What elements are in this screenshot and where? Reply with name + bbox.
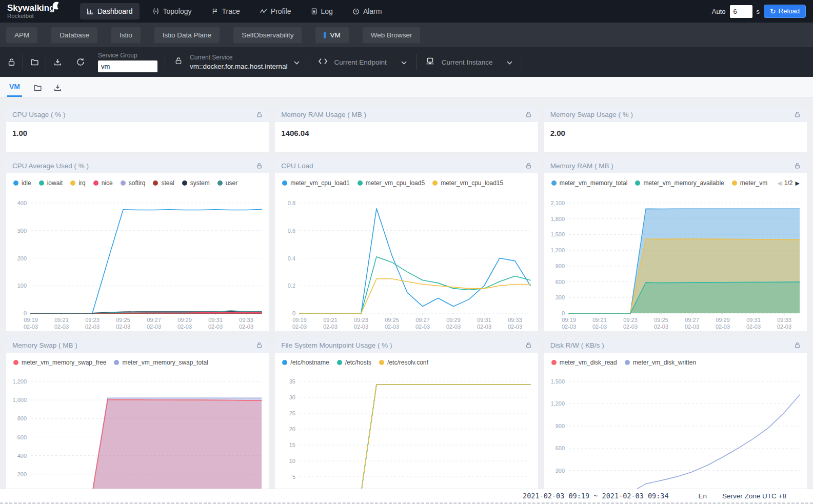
- legend-label: /etc/resolv.conf: [387, 359, 428, 366]
- legend-item[interactable]: meter_vm_cpu_load1: [282, 179, 349, 187]
- chart-legend: /etc/hostname/etc/hosts/etc/resolv.conf: [275, 353, 538, 367]
- legend-label: iowait: [47, 179, 63, 187]
- lock-icon[interactable]: [256, 111, 263, 118]
- svg-text:02-03: 02-03: [654, 324, 668, 330]
- nav-item-trace[interactable]: Trace: [205, 3, 247, 19]
- nav-item-topology[interactable]: Topology: [146, 3, 199, 19]
- legend-dot: [13, 180, 18, 186]
- legend-page-indicator: 1/2: [784, 179, 793, 187]
- reload-button[interactable]: ↻ Reload: [764, 5, 806, 18]
- svg-text:09:31: 09:31: [478, 317, 492, 323]
- chart-canvas[interactable]: 010020030040009:1902-0309:2102-0309:2302…: [6, 188, 269, 331]
- language-toggle[interactable]: En: [699, 492, 707, 500]
- tab-istio-data-plane[interactable]: Istio Data Plane: [154, 27, 220, 43]
- lock-icon[interactable]: [256, 163, 263, 169]
- trace-icon: [211, 8, 219, 15]
- lock-toolbar-icon[interactable]: [0, 58, 23, 67]
- svg-text:600: 600: [555, 279, 564, 285]
- nav-item-log[interactable]: Log: [304, 3, 340, 19]
- legend-item[interactable]: meter_vm_cpu_load15: [432, 179, 503, 187]
- legend-item[interactable]: /etc/hosts: [337, 359, 371, 366]
- legend-dot: [121, 180, 126, 186]
- lock-icon[interactable]: [525, 342, 532, 349]
- legend-item[interactable]: iowait: [39, 179, 63, 187]
- tab-selfobservability[interactable]: SelfObservability: [233, 27, 302, 43]
- chevron-down-icon: [294, 57, 300, 67]
- current-endpoint-select[interactable]: Current Endpoint: [309, 47, 416, 77]
- chart-canvas[interactable]: 2004006008001,0001,200: [6, 367, 269, 495]
- tab-database[interactable]: Database: [51, 27, 97, 43]
- legend-item[interactable]: meter_vm_memory_swap_total: [114, 359, 208, 366]
- legend-item[interactable]: meter_vm_memory_available: [635, 179, 724, 187]
- logo-subtitle: Rocketbot: [7, 13, 69, 19]
- svg-text:0: 0: [292, 310, 295, 316]
- tab-label: APM: [14, 31, 29, 39]
- lock-icon[interactable]: [256, 342, 263, 349]
- refresh-icon[interactable]: [69, 57, 92, 67]
- current-instance-select[interactable]: Current Instance: [417, 47, 522, 77]
- chart-canvas[interactable]: 00.20.40.60.809:1902-0309:2102-0309:2302…: [275, 188, 538, 331]
- legend-item[interactable]: meter_vm_memory_swap_free: [13, 359, 106, 366]
- legend-item[interactable]: steal: [153, 179, 174, 187]
- legend-item[interactable]: meter_vm_disk_read: [551, 359, 617, 366]
- chart-legend: meter_vm_memory_swap_freemeter_vm_memory…: [6, 353, 269, 367]
- tab-istio[interactable]: Istio: [111, 27, 141, 43]
- nav-item-profile[interactable]: Profile: [253, 3, 298, 19]
- folder-icon[interactable]: [33, 84, 42, 97]
- legend-label: meter_vm_cpu_load15: [441, 179, 503, 187]
- svg-text:02-03: 02-03: [385, 324, 399, 330]
- svg-text:02-03: 02-03: [562, 324, 576, 330]
- legend-prev-icon[interactable]: ◀: [777, 180, 781, 187]
- legend-item[interactable]: user: [217, 179, 237, 187]
- legend-item[interactable]: meter_vm: [732, 179, 767, 187]
- legend-dot: [732, 180, 737, 186]
- time-range-picker[interactable]: 2021-02-03 09:19 ~ 2021-02-03 09:34: [523, 492, 668, 500]
- svg-text:09:29: 09:29: [177, 317, 192, 323]
- lock-icon[interactable]: [794, 342, 801, 349]
- chart-canvas[interactable]: 5101520253035: [275, 367, 538, 495]
- legend-item[interactable]: idle: [13, 179, 31, 187]
- legend-next-icon[interactable]: ▶: [796, 180, 800, 187]
- svg-text:09:23: 09:23: [623, 317, 638, 323]
- tab-apm[interactable]: APM: [6, 27, 37, 43]
- lock-icon[interactable]: [525, 163, 532, 169]
- tab-vm[interactable]: VM: [315, 27, 348, 43]
- nav-item-alarm[interactable]: Alarm: [346, 3, 389, 19]
- service-group-input[interactable]: [98, 61, 157, 72]
- legend-item[interactable]: system: [182, 179, 210, 187]
- svg-text:35: 35: [289, 378, 295, 385]
- chart-canvas[interactable]: 3006009001,2001,500: [544, 367, 807, 495]
- tab-label: Database: [60, 31, 89, 39]
- svg-text:900: 900: [555, 423, 564, 429]
- nav-item-dashboard[interactable]: Dashboard: [80, 3, 140, 19]
- server-zone-setting[interactable]: Server Zone UTC +8: [722, 492, 786, 500]
- legend-item[interactable]: meter_vm_disk_written: [625, 359, 696, 366]
- folder-icon[interactable]: [23, 58, 46, 67]
- svg-text:02-03: 02-03: [716, 324, 730, 330]
- lock-icon[interactable]: [794, 163, 801, 169]
- legend-item[interactable]: softirq: [121, 179, 146, 187]
- chart-canvas[interactable]: 03006009001,2001,5001,8002,10009:1902-03…: [544, 188, 807, 331]
- download-icon[interactable]: [46, 58, 69, 67]
- lock-icon[interactable]: [525, 111, 532, 118]
- svg-text:300: 300: [555, 294, 564, 300]
- view-tab-vm[interactable]: VM: [7, 83, 22, 97]
- legend-item[interactable]: nice: [93, 179, 113, 187]
- legend-item[interactable]: meter_vm_cpu_load5: [358, 179, 425, 187]
- nav-item-label: Topology: [163, 7, 192, 15]
- legend-pager: ◀ 1/2 ▶: [777, 179, 800, 187]
- auto-interval-input[interactable]: [730, 5, 752, 18]
- lock-icon[interactable]: [794, 111, 801, 118]
- legend-item[interactable]: irq: [70, 179, 85, 187]
- svg-text:09:21: 09:21: [54, 317, 69, 323]
- svg-text:09:23: 09:23: [85, 317, 100, 323]
- current-service-select[interactable]: Current Service vm::docker.for.mac.host.…: [165, 47, 309, 77]
- svg-text:400: 400: [17, 200, 27, 206]
- download-icon[interactable]: [53, 84, 62, 97]
- legend-item[interactable]: meter_vm_memory_total: [551, 179, 628, 187]
- file-system-usage-card: File System Mountpoint Usage ( % ) /etc/…: [275, 337, 538, 495]
- legend-item[interactable]: /etc/hostname: [282, 359, 329, 366]
- legend-item[interactable]: /etc/resolv.conf: [379, 359, 428, 366]
- app-logo[interactable]: Skywalking Rocketbot: [7, 4, 69, 19]
- tab-web-browser[interactable]: Web Browser: [363, 27, 421, 43]
